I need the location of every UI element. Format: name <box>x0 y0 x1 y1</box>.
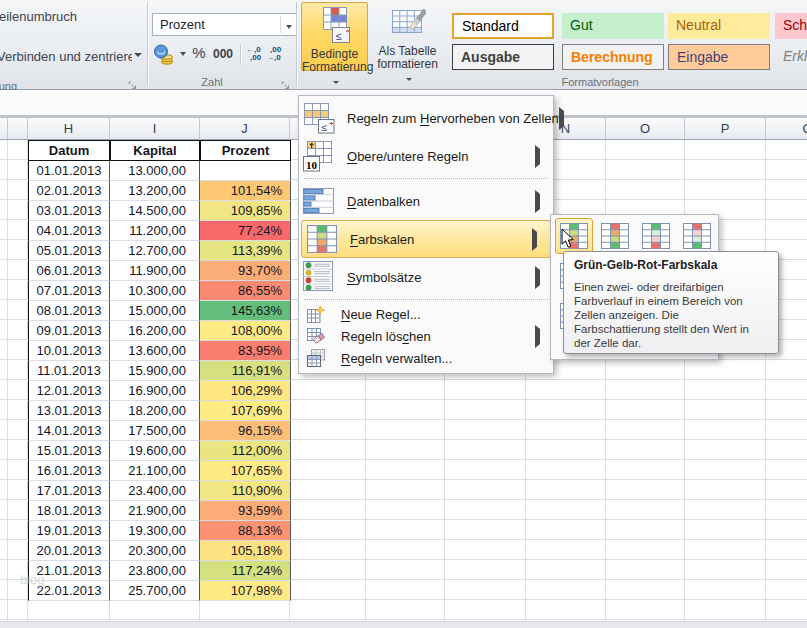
cell-date[interactable]: 11.01.2013 <box>28 361 110 381</box>
cell-date[interactable]: 20.01.2013 <box>28 541 110 561</box>
column-header[interactable] <box>0 118 8 139</box>
cell-kapital[interactable]: 13.200,00 <box>110 181 200 201</box>
accounting-dropdown-icon[interactable] <box>180 52 186 56</box>
combo-dropdown[interactable] <box>280 16 295 33</box>
cell-prozent[interactable]: 106,29% <box>200 381 291 401</box>
cell-prozent[interactable]: 110,90% <box>200 481 291 501</box>
menu-item-symbolsätze[interactable]: Symbolsätze <box>299 258 553 296</box>
color-scale-option[interactable] <box>678 218 716 254</box>
color-scale-option[interactable] <box>637 218 675 254</box>
cell-prozent[interactable]: 96,15% <box>200 421 291 441</box>
cell-prozent[interactable]: 88,13% <box>200 521 291 541</box>
cell-kapital[interactable]: 12.700,00 <box>110 241 200 261</box>
conditional-formatting-button[interactable]: ≤ Bedingte Formatierung <box>301 2 368 71</box>
cell-prozent[interactable]: 109,85% <box>200 201 291 221</box>
cell-date[interactable]: 07.01.2013 <box>28 281 110 301</box>
cell-kapital[interactable]: 21.900,00 <box>110 501 200 521</box>
comma-style-button[interactable]: 000 <box>211 47 235 61</box>
cell-prozent[interactable]: 77,24% <box>200 221 291 241</box>
cell-kapital[interactable]: 11.200,00 <box>110 221 200 241</box>
cell-prozent[interactable]: 107,98% <box>200 581 291 601</box>
cell-date[interactable]: 08.01.2013 <box>28 301 110 321</box>
table-header-prozent[interactable]: Prozent <box>200 140 291 161</box>
cell-kapital[interactable]: 15.000,00 <box>110 301 200 321</box>
cell-prozent[interactable]: 116,91% <box>200 361 291 381</box>
column-header-H[interactable]: H <box>28 118 110 139</box>
chevron-down-icon[interactable] <box>134 53 142 57</box>
cell-kapital[interactable]: 15.900,00 <box>110 361 200 381</box>
cell-kapital[interactable]: 13.600,00 <box>110 341 200 361</box>
cell-prozent[interactable]: 93,59% <box>200 501 291 521</box>
column-header-J[interactable]: J <box>200 118 290 139</box>
wrap-text-button[interactable]: Zeilenumbruch <box>0 7 105 23</box>
cell-date[interactable]: 01.01.2013 <box>28 161 110 181</box>
menu-item-obere-untere-regeln[interactable]: 10Obere/untere Regeln <box>299 137 553 175</box>
cell-prozent[interactable]: 93,70% <box>200 261 291 281</box>
menu-item-farbskalen[interactable]: Farbskalen <box>301 220 551 258</box>
cell-prozent[interactable]: 101,54% <box>200 181 291 201</box>
cell-kapital[interactable]: 14.500,00 <box>110 201 200 221</box>
cell-kapital[interactable]: 16.900,00 <box>110 381 200 401</box>
cell-date[interactable]: 18.01.2013 <box>28 501 110 521</box>
decrease-decimal-button[interactable]: ,00 →,0 <box>266 46 281 62</box>
menu-item-regeln-zum-hervorheben-von-zellen[interactable]: ≤Regeln zum Hervorheben von Zellen <box>299 99 553 137</box>
cell-kapital[interactable]: 23.400,00 <box>110 481 200 501</box>
menu-item-regeln-verwalten[interactable]: Regeln verwalten... <box>299 347 553 369</box>
number-dialog-launcher-icon[interactable] <box>281 77 291 95</box>
cell-style-eingabe[interactable]: Eingabe <box>668 44 770 70</box>
cell-style-ausgabe[interactable]: Ausgabe <box>452 44 554 70</box>
cell-kapital[interactable]: 18.200,00 <box>110 401 200 421</box>
percent-style-button[interactable]: % <box>189 44 209 61</box>
column-header-Q[interactable]: Q <box>766 118 807 139</box>
cell-date[interactable]: 05.01.2013 <box>28 241 110 261</box>
cell-kapital[interactable]: 25.700,00 <box>110 581 200 601</box>
cell-style-erkl-render-text[interactable]: Erklärender Text <box>775 44 807 70</box>
menu-item-datenbalken[interactable]: Datenbalken <box>299 182 553 220</box>
cell-style-gut[interactable]: Gut <box>562 13 664 39</box>
cell-prozent[interactable]: 117,24% <box>200 561 291 581</box>
cell-date[interactable]: 16.01.2013 <box>28 461 110 481</box>
cell-kapital[interactable]: 19.600,00 <box>110 441 200 461</box>
increase-decimal-button[interactable]: ←,0 ,00 <box>246 46 261 62</box>
cell-kapital[interactable]: 19.300,00 <box>110 521 200 541</box>
cell-kapital[interactable]: 11.900,00 <box>110 261 200 281</box>
cell-date[interactable]: 09.01.2013 <box>28 321 110 341</box>
cell-style-schlecht[interactable]: Schlecht <box>775 13 807 39</box>
cell-prozent[interactable]: 145,63% <box>200 301 291 321</box>
accounting-format-icon[interactable] <box>153 44 175 69</box>
cell-prozent[interactable]: 113,39% <box>200 241 291 261</box>
column-header-O[interactable]: O <box>606 118 685 139</box>
cell-prozent[interactable]: 112,00% <box>200 441 291 461</box>
cell-date[interactable]: 15.01.2013 <box>28 441 110 461</box>
menu-item-regeln-löschen[interactable]: Regeln löschen <box>299 325 553 347</box>
number-format-combo[interactable]: Prozent <box>152 13 298 36</box>
cell-kapital[interactable]: 20.300,00 <box>110 541 200 561</box>
column-header[interactable] <box>8 118 28 139</box>
cell-date[interactable]: 14.01.2013 <box>28 421 110 441</box>
cell-date[interactable]: 04.01.2013 <box>28 221 110 241</box>
table-header-datum[interactable]: Datum <box>28 140 110 161</box>
color-scale-option[interactable] <box>596 218 634 254</box>
cell-kapital[interactable]: 23.800,00 <box>110 561 200 581</box>
menu-item-neue-regel[interactable]: Neue Regel... <box>299 303 553 325</box>
cell-date[interactable]: 02.01.2013 <box>28 181 110 201</box>
cell-date[interactable]: 19.01.2013 <box>28 521 110 541</box>
cell-prozent[interactable] <box>200 161 291 181</box>
cell-date[interactable]: 12.01.2013 <box>28 381 110 401</box>
table-header-kapital[interactable]: Kapital <box>110 140 200 161</box>
cell-date[interactable]: 10.01.2013 <box>28 341 110 361</box>
cell-style-standard[interactable]: Standard <box>452 13 554 39</box>
format-as-table-button[interactable]: Als Tabelle formatieren <box>371 2 444 71</box>
cell-prozent[interactable]: 83,95% <box>200 341 291 361</box>
column-header-I[interactable]: I <box>110 118 200 139</box>
cell-prozent[interactable]: 107,69% <box>200 401 291 421</box>
cell-kapital[interactable]: 13.000,00 <box>110 161 200 181</box>
cell-date[interactable]: 13.01.2013 <box>28 401 110 421</box>
cell-date[interactable]: 06.01.2013 <box>28 261 110 281</box>
cell-prozent[interactable]: 86,55% <box>200 281 291 301</box>
cell-kapital[interactable]: 10.300,00 <box>110 281 200 301</box>
column-header-P[interactable]: P <box>685 118 766 139</box>
cell-kapital[interactable]: 16.200,00 <box>110 321 200 341</box>
cell-style-neutral[interactable]: Neutral <box>668 13 770 39</box>
cell-prozent[interactable]: 107,65% <box>200 461 291 481</box>
